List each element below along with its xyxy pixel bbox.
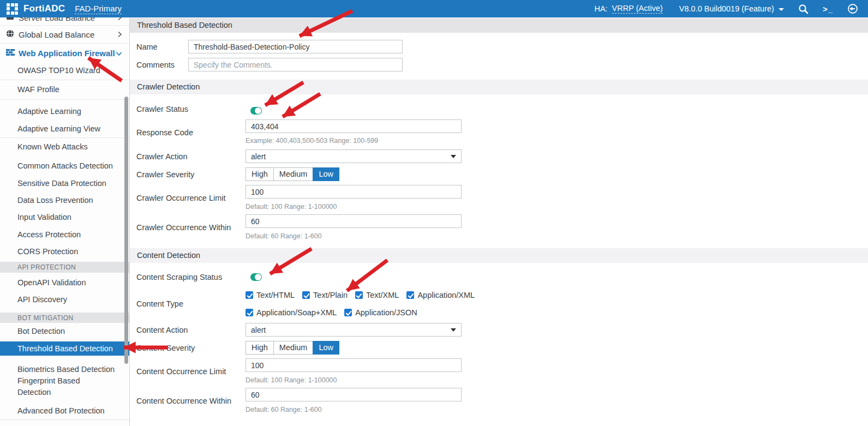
crawler-severity-label: Crawler Severity	[136, 170, 194, 179]
sidebar-scrollbar-thumb[interactable]	[124, 97, 128, 364]
checkbox-application-xml[interactable]: Application/XML	[406, 291, 475, 299]
divider	[0, 419, 129, 420]
ha-status-link[interactable]: VRRP (Active)	[612, 4, 663, 14]
sidebar-item-openapi-validation[interactable]: OpenAPI Validation	[0, 274, 129, 291]
sidebar-item-api-discovery[interactable]: API Discovery	[0, 291, 129, 308]
crawler-severity-segmented: High Medium Low	[246, 167, 339, 181]
crawler-status-label: Crawler Status	[136, 105, 188, 113]
sidebar-item-adaptive-learning[interactable]: Adaptive Learning	[0, 103, 129, 120]
globe-icon	[6, 26, 14, 44]
page-title: Threshold Based Detection	[130, 18, 868, 33]
name-label: Name	[136, 43, 158, 51]
sidebar-item-access-protection[interactable]: Access Protection	[0, 226, 129, 243]
dropdown-caret-icon	[451, 155, 456, 158]
content-severity-label: Content Severity	[136, 344, 195, 352]
crawler-occurrence-limit-hint: Default: 100 Range: 1-100000	[246, 203, 337, 211]
chevron-down-icon	[779, 8, 784, 11]
content-occurrence-limit-input[interactable]	[246, 358, 462, 372]
content-action-label: Content Action	[136, 326, 188, 334]
checked-checkbox-icon	[344, 309, 352, 316]
severity-low-button[interactable]: Low	[313, 167, 339, 181]
sidebar-item-global-load-balance[interactable]: Global Load Balance	[0, 26, 129, 44]
content-occurrence-limit-label: Content Occurrence Limit	[136, 367, 226, 376]
crawler-status-toggle[interactable]	[250, 107, 262, 115]
sidebar-item-sensitive-data-protection[interactable]: Sensitive Data Protection	[0, 175, 129, 192]
version-text: V8.0.0 Build0019 (Feature)	[679, 4, 774, 13]
hostname-link[interactable]: FAD-Primary	[75, 4, 122, 14]
severity-high-button[interactable]: High	[246, 167, 274, 181]
sidebar-item-owasp-top10-wizard[interactable]: OWASP TOP10 Wizard	[0, 62, 129, 79]
checkbox-text-plain[interactable]: Text/Plain	[302, 291, 348, 299]
divider	[0, 43, 129, 44]
chevron-right-icon	[117, 26, 122, 44]
comments-input[interactable]	[188, 58, 403, 71]
response-code-input[interactable]	[246, 119, 462, 133]
content-type-row-2: Application/Soap+XML Application/JSON	[246, 308, 417, 317]
content-scraping-status-toggle[interactable]	[250, 273, 262, 281]
sidebar-item-cors-protection[interactable]: CORS Protection	[0, 243, 129, 260]
sidebar-item-threshold-based-detection[interactable]: Threshold Based Detection	[0, 341, 129, 356]
comments-label: Comments	[136, 61, 175, 69]
response-code-hint: Example: 400,403,500-503 Range: 100-599	[246, 137, 378, 145]
firewall-icon	[6, 45, 15, 62]
content-occurrence-within-label: Content Occurrence Within	[136, 397, 231, 405]
sidebar-item-fingerprint-based-detection[interactable]: Fingerprint Based Detection	[0, 375, 109, 399]
sidebar-item-data-loss-prevention[interactable]: Data Loss Prevention	[0, 192, 129, 209]
sidebar-item-bot-detection[interactable]: Bot Detection	[0, 323, 129, 340]
crawler-section-title: Crawler Detection	[130, 80, 868, 94]
cli-console-icon[interactable]: >_	[823, 4, 833, 14]
severity-medium-button[interactable]: Medium	[273, 341, 314, 355]
sidebar-item-adaptive-learning-view[interactable]: Adaptive Learning View	[0, 121, 129, 137]
logout-icon[interactable]	[847, 3, 858, 14]
chevron-down-icon	[116, 45, 122, 62]
divider	[0, 80, 129, 80]
checkbox-application-soap-xml[interactable]: Application/Soap+XML	[246, 308, 337, 317]
version-dropdown[interactable]: V8.0.0 Build0019 (Feature)	[679, 4, 784, 13]
checked-checkbox-icon	[246, 309, 253, 316]
main-content: Threshold Based Detection Name Comments …	[130, 17, 868, 426]
severity-high-button[interactable]: High	[246, 341, 274, 355]
content-occurrence-within-hint: Default: 60 Range: 1-600	[246, 406, 322, 413]
crawler-occurrence-within-label: Crawler Occurrence Within	[136, 223, 231, 232]
crawler-occurrence-limit-label: Crawler Occurrence Limit	[136, 194, 226, 202]
checkbox-application-json[interactable]: Application/JSON	[344, 308, 417, 317]
checked-checkbox-icon	[246, 291, 253, 299]
severity-low-button[interactable]: Low	[313, 341, 339, 355]
response-code-label: Response Code	[136, 128, 193, 137]
content-action-select[interactable]: alert	[246, 323, 462, 337]
content-type-label: Content Type	[136, 299, 183, 308]
checkbox-text-xml[interactable]: Text/XML	[355, 291, 399, 299]
checked-checkbox-icon	[355, 291, 363, 299]
crawler-occurrence-limit-input[interactable]	[246, 185, 462, 199]
name-input[interactable]	[188, 40, 403, 53]
content-type-row-1: Text/HTML Text/Plain Text/XML Applicatio…	[246, 291, 475, 299]
sidebar-item-input-validation[interactable]: Input Validation	[0, 209, 129, 226]
sidebar-item-waf-profile[interactable]: WAF Profile	[0, 81, 129, 98]
content-scraping-status-label: Content Scraping Status	[136, 273, 222, 281]
content-occurrence-limit-hint: Default: 100 Range: 1-100000	[246, 376, 337, 384]
crawler-occurrence-within-input[interactable]	[246, 214, 462, 228]
severity-medium-button[interactable]: Medium	[273, 167, 314, 181]
divider	[0, 137, 129, 138]
sidebar-item-common-attacks-detection[interactable]: Common Attacks Detection	[0, 158, 129, 175]
sidebar-item-web-application-firewall[interactable]: Web Application Firewall	[0, 45, 129, 62]
checked-checkbox-icon	[406, 291, 414, 299]
checked-checkbox-icon	[302, 291, 310, 299]
content-severity-segmented: High Medium Low	[246, 341, 339, 355]
checkbox-text-html[interactable]: Text/HTML	[246, 291, 295, 299]
sidebar-item-advanced-bot-protection[interactable]: Advanced Bot Protection	[0, 403, 129, 419]
fortinet-grid-logo-icon	[7, 3, 18, 15]
divider	[0, 99, 129, 100]
search-icon[interactable]	[798, 4, 809, 14]
crawler-action-label: Crawler Action	[136, 152, 187, 161]
sidebar-item-known-web-attacks[interactable]: Known Web Attacks	[0, 139, 129, 155]
crawler-occurrence-within-hint: Default: 60 Range: 1-600	[246, 232, 322, 240]
ha-label: HA:	[594, 4, 607, 13]
content-occurrence-within-input[interactable]	[246, 388, 462, 401]
crawler-action-select[interactable]: alert	[246, 149, 462, 163]
top-navigation-bar: FortiADC FAD-Primary HA: VRRP (Active) V…	[0, 0, 868, 17]
dropdown-caret-icon	[451, 328, 456, 332]
product-name: FortiADC	[23, 3, 65, 14]
sidebar-nav: Server Load Balance Global Load Balance …	[0, 17, 130, 426]
sidebar-section-api-protection: API PROTECTION	[0, 262, 129, 273]
